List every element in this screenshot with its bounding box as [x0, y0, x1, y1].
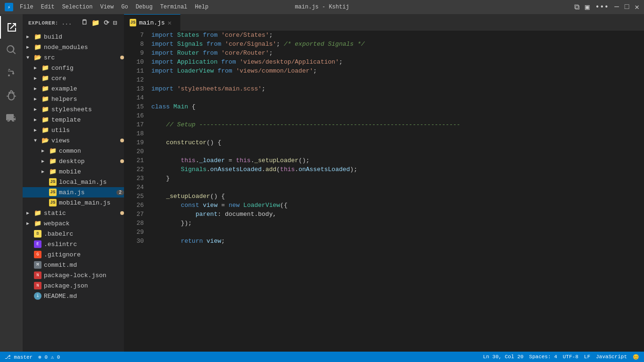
item-name: example [51, 85, 124, 92]
feedback[interactable]: 😊 [633, 354, 639, 360]
tree-item-helpers[interactable]: ▶ 📁 helpers [23, 94, 124, 104]
maximize-button[interactable]: □ [625, 3, 629, 11]
encoding[interactable]: UTF-8 [563, 354, 578, 360]
menu-selection[interactable]: Selection [59, 3, 96, 11]
tree-item-eslintrc[interactable]: ▶ E .eslintrc [23, 239, 124, 249]
menu-debug[interactable]: Debug [133, 3, 156, 11]
layout-icon[interactable]: ▣ [585, 2, 590, 12]
tab-bar: JS main.js ✕ [124, 14, 644, 31]
item-name: local_main.js [59, 179, 124, 186]
code-line-7: import States from 'core/States'; [151, 31, 644, 40]
errors-indicator[interactable]: ⊗ 0 ⚠ 0 [38, 354, 60, 360]
source-control-icon[interactable] [0, 61, 23, 84]
menu-file[interactable]: File [17, 3, 36, 11]
debug-icon[interactable] [0, 84, 23, 107]
code-line-9: import Router from 'core/Router'; [151, 49, 644, 58]
line-num-20: 20 [124, 147, 144, 156]
item-name: utils [51, 127, 124, 134]
line-col[interactable]: Ln 30, Col 20 [483, 354, 524, 360]
tree-item-core[interactable]: ▶ 📁 core [23, 73, 124, 83]
line-num-25: 25 [124, 192, 144, 201]
tree-item-views[interactable]: ▼ 📂 views [23, 135, 124, 146]
tree-item-src[interactable]: ▼ 📂 src [23, 52, 124, 63]
tab-close-button[interactable]: ✕ [168, 19, 172, 27]
tree-item-common[interactable]: ▶ 📁 common [23, 146, 124, 156]
refresh-icon[interactable]: ⟳ [103, 18, 111, 28]
code-line-18 [151, 129, 644, 138]
arrow-icon: ▶ [26, 210, 34, 216]
line-num-7: 7 [124, 31, 144, 40]
item-name: README.md [44, 293, 124, 300]
new-file-icon[interactable]: 🗒 [80, 18, 89, 28]
arrow-icon: ▶ [26, 221, 34, 226]
search-icon[interactable] [0, 39, 23, 61]
titlebar-title: main.js - Kshtij [295, 4, 349, 10]
tree-item-mobile[interactable]: ▶ 📁 mobile [23, 166, 124, 177]
menu-help[interactable]: Help [192, 3, 211, 11]
tree-item-package-json[interactable]: ▶ N package.json [23, 280, 124, 291]
line-num-8: 8 [124, 40, 144, 49]
tree-item-mobile-main-js[interactable]: ▶ JS mobile_main.js [23, 197, 124, 208]
titlebar: File Edit Selection View Go Debug Termin… [0, 0, 644, 14]
arrow-icon: ▶ [34, 86, 41, 91]
sidebar-header-icons: 🗒 📁 ⟳ ⊟ [80, 18, 118, 28]
close-button[interactable]: ✕ [635, 2, 639, 12]
new-folder-icon[interactable]: 📁 [91, 18, 101, 28]
item-name: common [59, 148, 124, 155]
code-line-25: _setupLoader() { [151, 192, 644, 201]
item-name: build [44, 33, 124, 41]
code-editor[interactable]: import States from 'core/States'; import… [148, 31, 644, 352]
menu-go[interactable]: Go [118, 3, 131, 11]
tree-item-local-main-js[interactable]: ▶ JS local_main.js [23, 177, 124, 187]
git-branch[interactable]: ⎇ master [5, 354, 33, 360]
line-ending[interactable]: LF [584, 354, 590, 360]
tree-item-package-lock[interactable]: ▶ N package-lock.json [23, 270, 124, 280]
line-num-23: 23 [124, 174, 144, 183]
tree-item-commitmd[interactable]: ▶ M commit.md [23, 260, 124, 270]
tree-item-webpack[interactable]: ▶ 📁 webpack [23, 218, 124, 229]
item-name: src [44, 54, 118, 61]
item-name: webpack [44, 220, 124, 227]
tab-main-js[interactable]: JS main.js ✕ [124, 14, 181, 31]
split-editor-icon[interactable]: ⧉ [574, 3, 579, 12]
tree-item-gitignore[interactable]: ▶ G .gitignore [23, 249, 124, 260]
sidebar: EXPLORER: ... 🗒 📁 ⟳ ⊟ ▶ 📁 build ▶ 📁 node… [23, 14, 124, 352]
tree-item-babelrc[interactable]: ▶ B .babelrc [23, 229, 124, 239]
item-name: core [51, 75, 124, 82]
sidebar-title: EXPLORER: ... [28, 20, 72, 26]
tree-item-build[interactable]: ▶ 📁 build [23, 32, 124, 42]
explorer-icon[interactable] [0, 16, 23, 39]
line-num-15: 15 [124, 102, 144, 111]
line-num-11: 11 [124, 66, 144, 75]
more-icon[interactable]: ••• [595, 3, 609, 11]
item-name: mobile_main.js [59, 199, 124, 206]
extensions-icon[interactable] [0, 107, 23, 129]
titlebar-menu: File Edit Selection View Go Debug Termin… [17, 3, 211, 11]
spaces[interactable]: Spaces: 4 [529, 354, 557, 360]
tree-item-utils[interactable]: ▶ 📁 utils [23, 125, 124, 135]
item-name: template [51, 116, 124, 123]
tree-item-readme[interactable]: ▶ i README.md [23, 291, 124, 301]
code-line-26: const view = new LoaderView({ [151, 201, 644, 210]
tree-item-stylesheets[interactable]: ▶ 📁 stylesheets [23, 104, 124, 115]
language[interactable]: JavaScript [596, 354, 627, 360]
code-line-15: class Main { [151, 102, 644, 111]
menu-edit[interactable]: Edit [38, 3, 58, 11]
menu-view[interactable]: View [97, 3, 116, 11]
sidebar-header: EXPLORER: ... 🗒 📁 ⟳ ⊟ [23, 14, 124, 32]
arrow-icon: ▼ [26, 55, 34, 60]
tree-item-desktop[interactable]: ▶ 📁 desktop [23, 156, 124, 166]
json-icon: N [34, 272, 41, 279]
tree-item-main-js[interactable]: ▶ JS main.js 2 [23, 187, 124, 197]
item-name: config [51, 65, 124, 72]
tree-item-static[interactable]: ▶ 📁 static [23, 208, 124, 218]
collapse-icon[interactable]: ⊟ [112, 18, 118, 28]
minimize-button[interactable]: ─ [614, 3, 619, 11]
tree-item-example[interactable]: ▶ 📁 example [23, 83, 124, 94]
menu-terminal[interactable]: Terminal [157, 3, 190, 11]
js-file-icon: JS [49, 189, 57, 196]
tree-item-node-modules[interactable]: ▶ 📁 node_modules [23, 42, 124, 52]
tree-item-template[interactable]: ▶ 📁 template [23, 115, 124, 125]
tree-item-config[interactable]: ▶ 📁 config [23, 63, 124, 73]
line-num-10: 10 [124, 58, 144, 66]
